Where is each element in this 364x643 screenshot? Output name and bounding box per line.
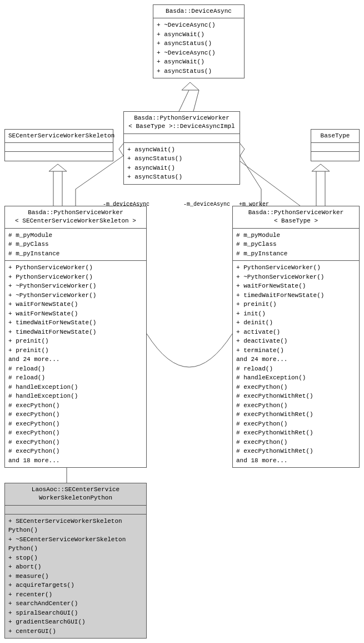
uml-line: # execPythonWithRet(): [236, 428, 356, 438]
uml-line: + asyncStatus(): [127, 172, 236, 182]
uml-box-se-center-skeleton: SECenterServiceWorkerSkeleton: [4, 129, 113, 161]
uml-line: + asyncStatus(): [157, 67, 241, 76]
uml-line: + timedWaitForNewState(): [8, 318, 143, 328]
uml-line: + timedWaitForNewState(): [8, 328, 143, 337]
uml-section-psw-base-type-0: # m_pyModule# m_pyClass# m_pyInstance: [233, 229, 359, 261]
uml-line: + spiralSearchGUI(): [8, 609, 143, 618]
uml-line: # execPythonWithRet(): [236, 392, 356, 401]
svg-line-0: [179, 90, 189, 111]
uml-line: Python(): [8, 526, 143, 535]
uml-line: # handleException(): [8, 392, 143, 401]
uml-line: + ~PythonServiceWorker(): [8, 291, 143, 300]
uml-line: # execPythonWithRet(): [236, 447, 356, 456]
uml-section-laosaoc-skeleton-0: [5, 506, 146, 515]
svg-line-12: [240, 156, 261, 189]
svg-marker-2: [182, 82, 199, 90]
uml-line: + ~SECenterServiceWorkerSkeleton: [8, 535, 143, 545]
svg-marker-5: [49, 164, 67, 171]
uml-line: + preinit(): [236, 300, 356, 309]
uml-header-psw-se-center: Basda::PythonServiceWorker < SECenterSer…: [5, 206, 146, 229]
uml-section-device-async-0: + ~DeviceAsync()+ asyncWait()+ asyncStat…: [153, 18, 244, 78]
uml-line: + asyncStatus(): [127, 154, 236, 164]
uml-line: + asyncWait(): [127, 164, 236, 173]
uml-line: # execPython(): [236, 401, 356, 410]
uml-section-base-type-0: [311, 143, 359, 152]
svg-line-1: [193, 90, 199, 111]
uml-line: and 24 more...: [236, 355, 356, 364]
uml-line: + recenter(): [8, 590, 143, 600]
uml-line: + asyncWait(): [127, 145, 236, 155]
uml-box-device-async: Basda::DeviceAsync+ ~DeviceAsync()+ asyn…: [153, 4, 245, 78]
uml-line: # m_pyInstance: [236, 249, 356, 259]
uml-line: # m_pyInstance: [8, 249, 143, 259]
uml-header-laosaoc-skeleton: LaosAoc::SECenterService WorkerSkeletonP…: [5, 483, 146, 506]
uml-section-base-type-1: [311, 152, 359, 161]
diagram-label-lbl2: -m_deviceAsync: [183, 201, 230, 207]
uml-box-laosaoc-skeleton: LaosAoc::SECenterService WorkerSkeletonP…: [4, 483, 147, 639]
uml-line: + deactivate(): [236, 337, 356, 346]
uml-line: + timedWaitForNewState(): [236, 291, 356, 300]
uml-line: # execPython(): [8, 419, 143, 429]
uml-line: # reload(): [8, 364, 143, 374]
uml-line: # execPython(): [8, 428, 143, 438]
uml-line: # handleException(): [236, 373, 356, 383]
uml-line: + stop(): [8, 553, 143, 563]
uml-section-psw-base-type-1: + PythonServiceWorker()+ ~PythonServiceW…: [233, 261, 359, 467]
uml-line: # execPython(): [236, 383, 356, 392]
uml-line: + preinit(): [8, 346, 143, 355]
uml-section-psw-se-center-0: # m_pyModule# m_pyClass# m_pyInstance: [5, 229, 146, 261]
uml-line: + preinit(): [8, 337, 143, 346]
uml-line: Python(): [8, 544, 143, 553]
uml-line: + waitForNewState(): [236, 281, 356, 291]
uml-section-psw-se-center-1: + PythonServiceWorker()+ PythonServiceWo…: [5, 261, 146, 467]
uml-line: # execPython(): [8, 410, 143, 419]
uml-header-psw-base-type: Basda::PythonServiceWorker < BaseType >: [233, 206, 359, 229]
uml-line: and 18 more...: [236, 456, 356, 466]
uml-line: + ~DeviceAsync(): [157, 21, 241, 30]
uml-line: + asyncStatus(): [157, 39, 241, 48]
uml-line: # execPythonWithRet(): [236, 410, 356, 419]
svg-line-15: [240, 161, 300, 206]
uml-header-python-service-worker-base: Basda::PythonServiceWorker < BaseType >:…: [124, 112, 240, 134]
svg-marker-8: [312, 164, 330, 171]
uml-header-device-async: Basda::DeviceAsync: [153, 5, 244, 18]
uml-line: + PythonServiceWorker(): [236, 263, 356, 273]
uml-line: + terminate(): [236, 346, 356, 355]
uml-line: + init(): [236, 309, 356, 319]
uml-header-se-center-skeleton: SECenterServiceWorkerSkeleton: [5, 130, 113, 143]
uml-line: # handleException(): [8, 383, 143, 392]
uml-line: + PythonServiceWorker(): [8, 273, 143, 282]
uml-line: # execPython(): [236, 419, 356, 429]
uml-line: # execPython(): [8, 401, 143, 410]
uml-line: # execPython(): [8, 447, 143, 456]
uml-line: + deinit(): [236, 318, 356, 328]
uml-line: + ~PythonServiceWorker(): [236, 273, 356, 282]
uml-line: + waitForNewState(): [8, 300, 143, 309]
uml-line: + centerGUI(): [8, 627, 143, 636]
uml-line: + gradientSearchGUI(): [8, 617, 143, 627]
diagram-container: Basda::DeviceAsync+ ~DeviceAsync()+ asyn…: [0, 0, 364, 643]
uml-line: and 24 more...: [8, 355, 143, 364]
uml-box-base-type: BaseType: [311, 129, 360, 161]
uml-line: + activate(): [236, 328, 356, 337]
uml-line: # execPython(): [8, 438, 143, 447]
uml-line: + asyncWait(): [157, 57, 241, 67]
uml-line: + ~PythonServiceWorker(): [8, 281, 143, 291]
uml-line: # m_pyModule: [236, 231, 356, 240]
uml-box-psw-base-type: Basda::PythonServiceWorker < BaseType >#…: [232, 206, 360, 468]
uml-box-python-service-worker-base: Basda::PythonServiceWorker < BaseType >:…: [123, 111, 240, 185]
uml-section-se-center-skeleton-1: [5, 152, 113, 161]
uml-header-base-type: BaseType: [311, 130, 359, 143]
uml-line: + asyncWait(): [157, 30, 241, 39]
uml-box-psw-se-center: Basda::PythonServiceWorker < SECenterSer…: [4, 206, 147, 468]
uml-line: # reload(): [8, 373, 143, 383]
uml-section-python-service-worker-base-1: + asyncWait()+ asyncStatus()+ asyncWait(…: [124, 143, 240, 184]
uml-line: + acquireTargets(): [8, 581, 143, 590]
diagram-label-lbl1: -m_deviceAsync: [103, 201, 149, 207]
uml-line: # m_pyClass: [236, 240, 356, 249]
uml-section-python-service-worker-base-0: [124, 134, 240, 143]
uml-line: # m_pyModule: [8, 231, 143, 240]
uml-line: + measure(): [8, 572, 143, 581]
uml-line: # execPython(): [236, 438, 356, 447]
uml-line: + abort(): [8, 562, 143, 572]
